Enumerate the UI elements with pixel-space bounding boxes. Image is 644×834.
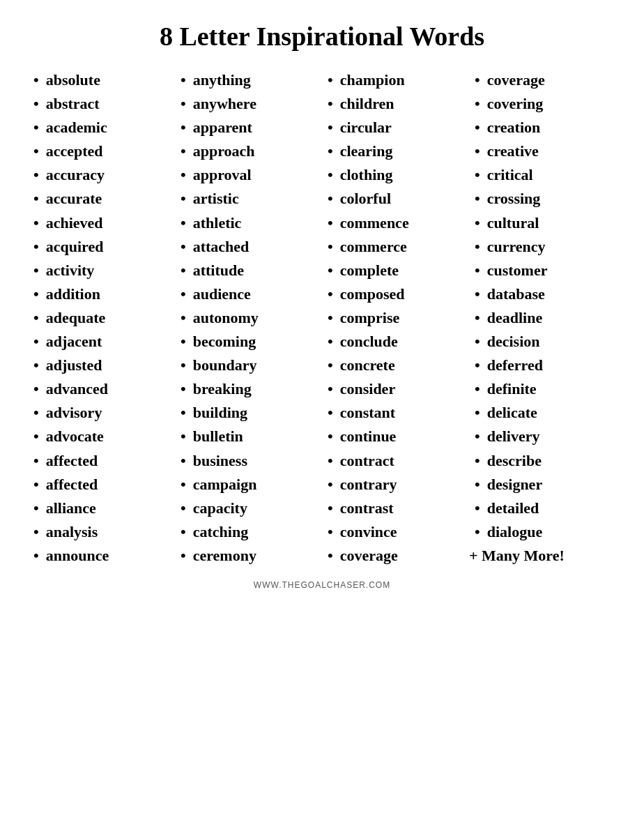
list-item: conclude [322,330,469,354]
list-item: advocate [28,425,175,448]
list-item: children [322,92,469,116]
list-item: apparent [175,116,322,139]
list-item: continue [322,425,469,448]
list-item: advanced [28,377,175,401]
list-item: describe [469,449,616,473]
list-item: commence [322,211,469,235]
list-item: contrast [322,496,469,520]
list-item: convince [322,520,469,544]
list-item: clothing [322,163,469,187]
list-item: coverage [469,68,616,92]
list-item: adjusted [28,354,175,377]
list-item: bulletin [175,425,322,448]
list-item: constant [322,401,469,425]
list-item: activity [28,259,175,282]
footer: WWW.THEGOALCHASER.COM [28,580,616,590]
list-item: ceremony [175,544,322,568]
page-title: 8 Letter Inspirational Words [28,21,616,52]
list-item: definite [469,377,616,401]
list-item: athletic [175,211,322,235]
list-item: currency [469,235,616,259]
list-item: business [175,449,322,473]
list-item: comprise [322,306,469,330]
list-item: crossing [469,187,616,211]
list-item: addition [28,282,175,306]
list-item: breaking [175,377,322,401]
list-item: artistic [175,187,322,211]
list-item: decision [469,330,616,354]
word-grid: absoluteabstractacademicacceptedaccuracy… [28,68,616,568]
list-item: abstract [28,92,175,116]
list-item: achieved [28,211,175,235]
column-1: absoluteabstractacademicacceptedaccuracy… [28,68,175,568]
list-item: advisory [28,401,175,425]
list-item: contract [322,449,469,473]
list-item: creative [469,139,616,163]
list-item: autonomy [175,306,322,330]
list-item: cultural [469,211,616,235]
list-item: delivery [469,425,616,448]
list-item: critical [469,163,616,187]
list-item: audience [175,282,322,306]
list-item: announce [28,544,175,568]
list-item: approach [175,139,322,163]
list-item: detailed [469,496,616,520]
list-item: anywhere [175,92,322,116]
list-item: dialogue [469,520,616,544]
list-item: anything [175,68,322,92]
list-item: adequate [28,306,175,330]
list-item: composed [322,282,469,306]
list-item: affected [28,473,175,496]
list-item: commerce [322,235,469,259]
list-item: campaign [175,473,322,496]
list-item: deferred [469,354,616,377]
list-item: building [175,401,322,425]
list-item: database [469,282,616,306]
list-item: accurate [28,187,175,211]
list-item: accepted [28,139,175,163]
list-item: attached [175,235,322,259]
list-item: champion [322,68,469,92]
list-item: catching [175,520,322,544]
list-item: acquired [28,235,175,259]
list-item: adjacent [28,330,175,354]
list-item: contrary [322,473,469,496]
list-item: affected [28,449,175,473]
list-item: clearing [322,139,469,163]
list-item: attitude [175,259,322,282]
list-item: creation [469,116,616,139]
list-item: delicate [469,401,616,425]
list-item: alliance [28,496,175,520]
list-item: deadline [469,306,616,330]
list-item: consider [322,377,469,401]
list-item: designer [469,473,616,496]
list-item: customer [469,259,616,282]
list-item: approval [175,163,322,187]
column-4: coveragecoveringcreationcreativecritical… [469,68,616,568]
list-item: academic [28,116,175,139]
column-3: championchildrencircularclearingclothing… [322,68,469,568]
list-item: absolute [28,68,175,92]
more-label: + Many More! [469,544,616,568]
list-item: concrete [322,354,469,377]
list-item: becoming [175,330,322,354]
list-item: covering [469,92,616,116]
list-item: colorful [322,187,469,211]
list-item: complete [322,259,469,282]
list-item: analysis [28,520,175,544]
list-item: accuracy [28,163,175,187]
list-item: coverage [322,544,469,568]
list-item: capacity [175,496,322,520]
list-item: circular [322,116,469,139]
column-2: anythinganywhereapparentapproachapproval… [175,68,322,568]
list-item: boundary [175,354,322,377]
